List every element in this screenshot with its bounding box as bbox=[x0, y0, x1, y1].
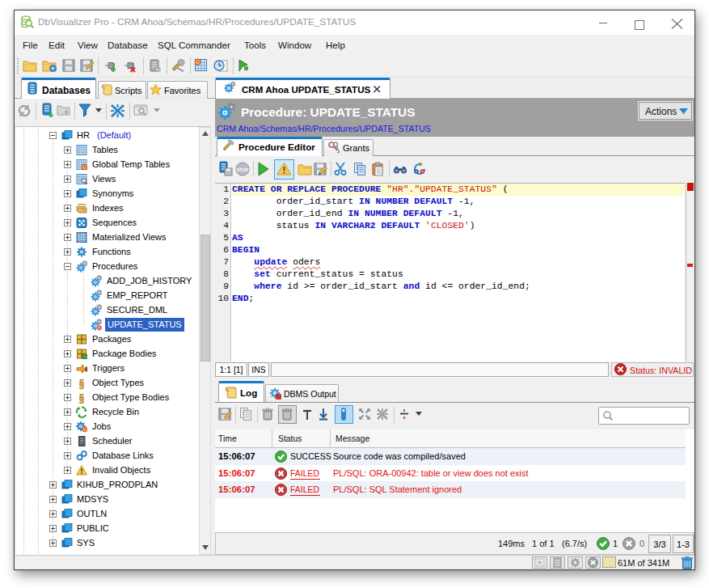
svg-text:§: § bbox=[79, 378, 85, 390]
svg-text:STOP: STOP bbox=[237, 167, 249, 172]
svg-text:§: § bbox=[79, 392, 85, 404]
